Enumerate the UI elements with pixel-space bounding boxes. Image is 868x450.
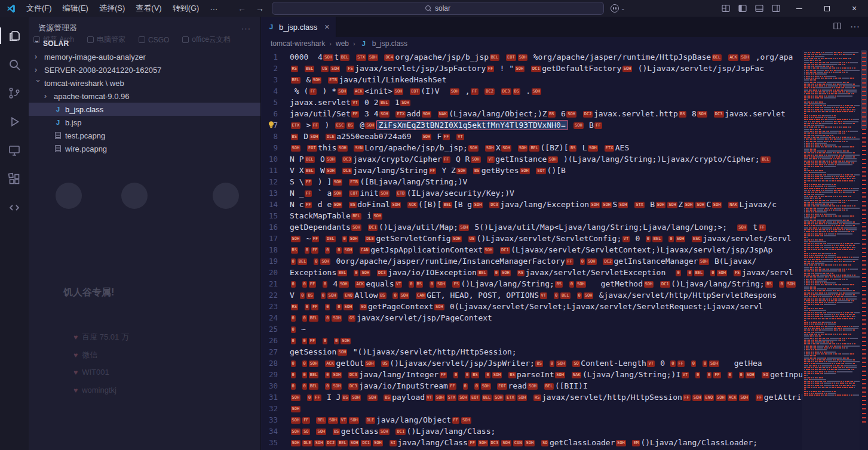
tree-item-b-jsp-class[interactable]: Jb_jsp.class <box>29 103 260 116</box>
code-editor[interactable]: 10000 4SOHtBEL STXSOH DC4org/apache/jsp/… <box>261 50 868 450</box>
maximize-button[interactable] <box>813 0 841 17</box>
control-char-token: SOH <box>309 360 319 367</box>
tree-item-memory-image-auto-analyzer[interactable]: ›memory-image-auto-analyzer <box>29 50 260 63</box>
code-line[interactable]: 23RS 0FF 0 0SOH SOgetPageContextSOH 0(Lj… <box>261 301 802 312</box>
code-line[interactable]: 17SOH ~FF DEL 0SOH DLEgetServletConfigSO… <box>261 233 802 244</box>
code-line[interactable]: 5javax.servletVT 0 2BEL 1SOH <box>261 97 802 108</box>
code-line[interactable]: 260 0FF 0 0SOH <box>261 335 802 346</box>
code-line[interactable]: 10000 4SOHtBEL STXSOH DC4org/apache/jsp/… <box>261 51 802 63</box>
code-line[interactable]: 2RS BEL USSOH FSjavax/servlet/jsp/JspFac… <box>261 63 802 74</box>
toggle-sidebar-icon[interactable] <box>738 4 747 13</box>
menu-item[interactable]: 转到(G) <box>167 3 205 14</box>
code-line[interactable]: 33SOHFF BELSOHVTSOH DLEjava/lang/ObjectF… <box>261 414 802 426</box>
code-line[interactable]: 10N PBEL OSOH DC3javax/crypto/CipherFF Q… <box>261 153 802 165</box>
code-line[interactable]: 4 % (FF ) *SOH ACK<init>SOH EOT(I)V SOH … <box>261 85 802 97</box>
close-button[interactable]: × <box>841 0 868 17</box>
tree-item-b-jsp[interactable]: Jb.jsp <box>29 116 260 129</box>
code-snippets-icon[interactable] <box>0 193 29 222</box>
copilot-button[interactable]: ⌄ <box>611 4 625 13</box>
code-line[interactable]: 31SOH 0FF I JBSSOH SOH BSpayloadVTSOHSTX… <box>261 392 802 403</box>
code-line[interactable]: 8BS DSOH DLEa2550eeab0724a69 SOH FFF VT <box>261 131 802 142</box>
control-char-token: FF <box>443 156 450 163</box>
split-editor-icon[interactable] <box>833 21 842 33</box>
control-char-token: DLE <box>302 440 312 446</box>
back-arrow-icon[interactable]: ← <box>238 4 246 13</box>
menu-item[interactable]: 编辑(E) <box>57 3 94 14</box>
code-line[interactable]: 15StackMapTableBEL iSOH <box>261 210 802 221</box>
code-text: 0 0BEL 0SOH DC3java/lang/IntegerFF 0 0BS… <box>290 369 802 380</box>
control-char-token: BEL <box>560 292 571 299</box>
overview-error-mark <box>862 218 866 219</box>
tab-b-jsp-class[interactable]: J b_jsp.class × <box>261 17 336 37</box>
extensions-icon[interactable] <box>0 165 29 193</box>
remote-explorer-icon[interactable] <box>0 136 29 165</box>
run-and-debug-icon[interactable] <box>0 107 29 136</box>
code-line[interactable]: 22V 0BS 0SOH ENQAllowBS 0SOH CANGET, HEA… <box>261 289 802 301</box>
minimap-row <box>804 62 858 63</box>
menu-item[interactable]: 文件(F) <box>21 3 57 14</box>
code-line[interactable]: 27getSessionSOH "()Ljavax/servlet/http/H… <box>261 346 802 357</box>
menu-item[interactable]: 查看(V) <box>130 3 167 14</box>
menu-item[interactable]: 选择(S) <box>94 3 130 14</box>
minimap-row <box>804 329 855 331</box>
code-line[interactable]: 3BEL &SOH ETBjava/util/LinkedHashSet <box>261 74 802 85</box>
code-line[interactable]: 13N _FF ` aSOH EOTinitSOH ETB(ILjava/sec… <box>261 187 802 199</box>
breadcrumb-item[interactable]: tomcat-wireshark <box>271 39 325 48</box>
editor-more-actions-icon[interactable]: ··· <box>850 21 860 32</box>
minimap-row <box>804 178 855 179</box>
code-line[interactable]: 12S \FF ) ]SOH ETB([BLjava/lang/String;)… <box>261 176 802 187</box>
code-line[interactable]: 210 0FF 0 4SOH ACKequalsVT 0BS 0SOH FS()… <box>261 278 802 289</box>
minimize-button[interactable] <box>786 0 813 17</box>
code-line[interactable]: 7ETX >FF ) ESCBS @SOHZiFsXmEqZ3tBN2I0X1q… <box>261 119 802 131</box>
code-line[interactable]: 11V XBEL WSOH DLEjava/lang/StringFF Y ZS… <box>261 165 802 176</box>
minimap-row <box>804 196 851 197</box>
scrollbar[interactable] <box>860 50 868 450</box>
explorer-icon[interactable] <box>0 21 29 50</box>
code-line[interactable]: 280 0SOH ACKgetOutSOH US()Ljavax/servlet… <box>261 357 802 369</box>
code-line[interactable]: 240 0BEL 0SOH GSjavax/servlet/jsp/PageCo… <box>261 312 802 323</box>
code-line[interactable]: 34SOHSO SOH BSgetClassSOH DC1()Ljava/lan… <box>261 426 802 437</box>
toggle-panel-icon[interactable] <box>754 4 764 13</box>
code-line[interactable]: 18RS 0FF 0 0SOH CANgetJspApplicationCont… <box>261 244 802 255</box>
code-line[interactable]: 300 0BEL 0SOH DC3java/io/InputStreamFF 0… <box>261 380 802 392</box>
tree-item-tomcat-wireshark-web[interactable]: ›tomcat-wireshark \ web <box>29 76 260 90</box>
customize-layout-icon[interactable] <box>721 4 731 13</box>
code-line[interactable]: 250 ~ <box>261 323 802 335</box>
code-line[interactable]: 6java/util/SetFF 3 4SOH ETXaddSOH NAK(Lj… <box>261 108 802 119</box>
minimap-row <box>804 135 833 136</box>
code-line[interactable]: 35SOHDLESOHDC2BELSOHDC1SOH SIjava/lang/C… <box>261 437 802 448</box>
source-control-icon[interactable] <box>0 79 29 107</box>
tree-item-server-2008-20241220-162057[interactable]: ›SERVER-2008-20241220-162057 <box>29 63 260 76</box>
control-char-token: DC3 <box>348 383 358 390</box>
code-line[interactable]: 9SOH EOTthisSOH SYNLorg/apache/jsp/b_jsp… <box>261 142 802 153</box>
line-number: 24 <box>261 312 290 323</box>
tree-item-wire-pcapng[interactable]: wire.pcapng <box>29 142 260 155</box>
menu-item[interactable]: ··· <box>204 4 223 13</box>
sidebar-more-actions-icon[interactable]: ··· <box>241 24 251 33</box>
tab-close-icon[interactable]: × <box>324 22 329 32</box>
code-line[interactable]: 190BEL 0SOH 0org/apache/jasper/runtime/I… <box>261 255 802 267</box>
minimap-row <box>804 267 821 268</box>
breadcrumb-item[interactable]: b_jsp.class <box>372 39 407 48</box>
toggle-secondary-sidebar-icon[interactable] <box>771 4 781 13</box>
minimap-row <box>804 314 855 315</box>
code-line[interactable]: 32SOH <box>261 403 802 414</box>
tree-item-test-pcapng[interactable]: test.pcapng <box>29 129 260 142</box>
minimap-row <box>804 373 836 374</box>
search-input[interactable]: solar <box>272 2 604 15</box>
control-char-token: 0 <box>710 270 715 276</box>
minimap[interactable] <box>802 50 860 450</box>
workspace-root[interactable]: › SOLAR <box>29 37 260 50</box>
breadcrumb-item[interactable]: web <box>336 39 349 48</box>
tree-item-apache-tomcat-9-0-96[interactable]: ›apache-tomcat-9.0.96 <box>29 90 260 103</box>
code-line[interactable]: 290 0BEL 0SOH DC3java/lang/IntegerFF 0 0… <box>261 369 802 380</box>
control-char-token: ETB <box>349 179 359 186</box>
code-line[interactable]: 20ExceptionsBEL 0SOH DC3java/io/IOExcept… <box>261 267 802 278</box>
code-line[interactable]: 14N cFF d eSOH BSdoFinalSOH ACK([B)[BEL[… <box>261 199 802 210</box>
forward-arrow-icon[interactable]: → <box>256 4 264 13</box>
search-icon[interactable] <box>0 50 29 79</box>
line-number: 21 <box>261 278 290 289</box>
control-char-token: 0 <box>314 258 318 265</box>
control-char-token: SOH <box>333 190 343 197</box>
code-line[interactable]: 16getDependantsSOH DC1()Ljava/util/Map;S… <box>261 221 802 233</box>
